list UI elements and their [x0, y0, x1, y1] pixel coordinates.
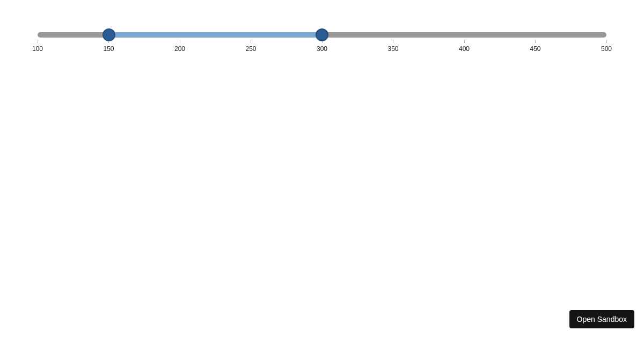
tick-mark	[606, 40, 607, 43]
slider-tick: 200	[174, 40, 185, 53]
slider-tick: 250	[245, 40, 256, 53]
tick-mark	[393, 40, 393, 43]
slider-ticks: 100150200250300350400450500	[38, 40, 606, 55]
tick-label: 250	[245, 45, 256, 53]
slider-tick: 100	[32, 40, 43, 53]
tick-mark	[535, 40, 536, 43]
tick-label: 100	[32, 45, 43, 53]
slider-tick: 350	[387, 40, 398, 53]
tick-label: 350	[387, 45, 398, 53]
tick-mark	[180, 40, 180, 43]
slider-track	[109, 32, 323, 38]
tick-label: 400	[459, 45, 470, 53]
slider-tick: 300	[317, 40, 327, 53]
tick-mark	[38, 40, 38, 43]
slider-rail[interactable]	[38, 32, 606, 38]
range-slider: 100150200250300350400450500	[38, 32, 606, 55]
slider-tick: 450	[530, 40, 540, 53]
slider-tick: 500	[601, 40, 612, 53]
tick-label: 450	[530, 45, 540, 53]
open-sandbox-button[interactable]: Open Sandbox	[569, 310, 634, 328]
tick-label: 500	[601, 45, 612, 53]
tick-label: 300	[317, 45, 327, 53]
tick-mark	[251, 40, 251, 43]
slider-handle-high[interactable]	[316, 28, 328, 41]
tick-mark	[464, 40, 465, 43]
tick-label: 200	[174, 45, 185, 53]
tick-label: 150	[103, 45, 114, 53]
slider-handle-low[interactable]	[103, 28, 115, 41]
open-sandbox-label: Open Sandbox	[577, 315, 627, 324]
slider-tick: 400	[459, 40, 470, 53]
slider-tick: 150	[103, 40, 114, 53]
